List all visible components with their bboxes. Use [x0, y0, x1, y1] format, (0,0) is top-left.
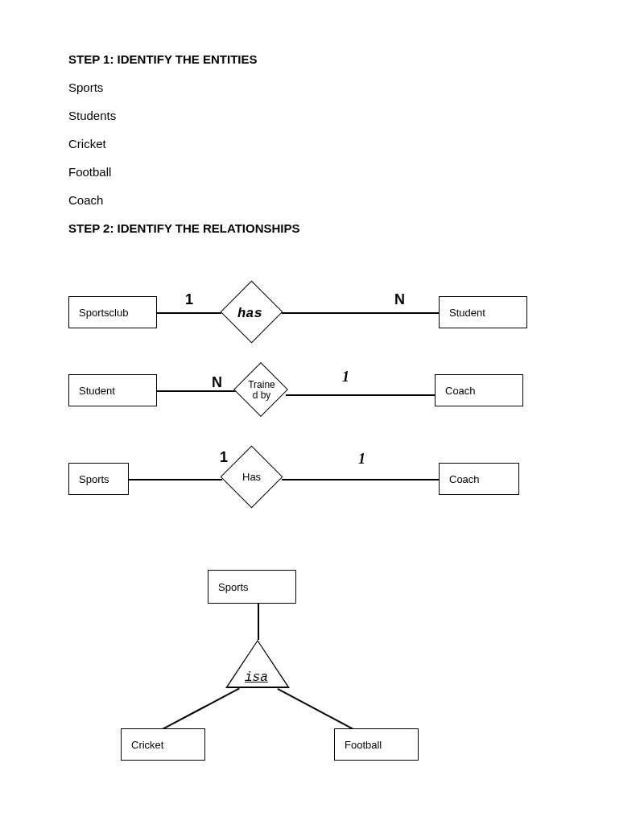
- connector-line: [157, 390, 237, 392]
- entity-item: Sports: [68, 80, 300, 94]
- connector-line: [282, 312, 439, 314]
- entity-label: Cricket: [131, 739, 163, 751]
- cardinality-label: N: [394, 291, 405, 308]
- entity-student: Student: [68, 374, 157, 406]
- relationship-label: Has: [242, 471, 261, 483]
- entity-sports: Sports: [68, 463, 129, 495]
- entity-label: Football: [345, 739, 382, 751]
- connector-line: [282, 479, 439, 480]
- text-section: STEP 1: IDENTIFY THE ENTITIES Sports Stu…: [68, 52, 300, 249]
- entity-sports-parent: Sports: [208, 570, 296, 604]
- entity-sportsclub: Sportsclub: [68, 296, 157, 328]
- cardinality-label: 1: [220, 449, 228, 466]
- connector-line: [286, 394, 435, 396]
- relationship-label: has: [237, 306, 262, 321]
- entity-item: Cricket: [68, 137, 300, 151]
- entity-item: Football: [68, 165, 300, 179]
- entity-item: Coach: [68, 193, 300, 207]
- entity-coach: Coach: [435, 374, 523, 406]
- cardinality-label: 1: [185, 291, 193, 308]
- entity-label: Sportsclub: [79, 307, 128, 319]
- connector-line: [129, 479, 222, 480]
- entity-student: Student: [439, 296, 527, 328]
- entity-label: Sports: [79, 473, 109, 485]
- entity-coach: Coach: [439, 463, 519, 495]
- cardinality-label: 1: [358, 451, 365, 468]
- step1-title: STEP 1: IDENTIFY THE ENTITIES: [68, 52, 300, 66]
- entity-cricket: Cricket: [121, 728, 205, 761]
- connector-line: [258, 604, 259, 640]
- step2-title: STEP 2: IDENTIFY THE RELATIONSHIPS: [68, 221, 300, 235]
- entity-football: Football: [334, 728, 419, 761]
- cardinality-label: N: [212, 374, 222, 391]
- isa-label: isa: [245, 670, 268, 685]
- entity-label: Coach: [449, 473, 480, 485]
- entity-label: Student: [449, 307, 485, 319]
- entity-label: Coach: [445, 385, 476, 397]
- entity-label: Sports: [218, 581, 249, 593]
- cardinality-label: 1: [342, 369, 349, 386]
- connector-line: [161, 687, 240, 730]
- entity-item: Students: [68, 109, 300, 122]
- entity-label: Student: [79, 385, 115, 397]
- connector-line: [157, 312, 221, 314]
- relationship-label: Traine d by: [246, 380, 278, 401]
- connector-line: [278, 688, 357, 731]
